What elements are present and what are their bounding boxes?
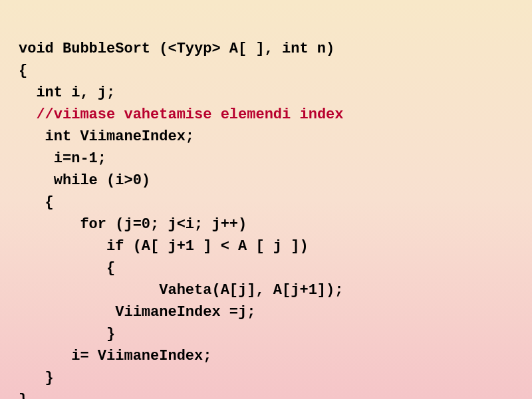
code-line-1: void BubbleSort (<Tyyp> A[ ], int n) [19, 41, 334, 57]
code-line-14: } [19, 326, 115, 342]
code-line-2: { [19, 63, 27, 79]
code-line-13: ViimaneIndex =j; [19, 304, 255, 321]
code-line-12: Vaheta(A[j], A[j+1]); [19, 282, 343, 299]
code-line-15: i= ViimaneIndex; [19, 348, 211, 364]
code-line-9: for (j=0; j<i; j++) [19, 216, 247, 233]
code-comment: //viimase vahetamise elemendi index [36, 106, 343, 123]
code-line-4-prefix [19, 106, 36, 123]
code-line-11: { [19, 260, 115, 277]
code-line-5: int ViimaneIndex; [19, 128, 194, 145]
code-line-6: i=n-1; [19, 150, 106, 167]
code-line-3: int i, j; [19, 84, 115, 101]
code-line-8: { [19, 194, 54, 211]
code-line-16: } [19, 370, 54, 386]
code-line-10: if (A[ j+1 ] < A [ j ]) [19, 238, 309, 255]
code-line-7: while (i>0) [19, 172, 150, 189]
code-line-17: } [19, 392, 27, 399]
code-block: void BubbleSort (<Tyyp> A[ ], int n) { i… [19, 16, 513, 399]
